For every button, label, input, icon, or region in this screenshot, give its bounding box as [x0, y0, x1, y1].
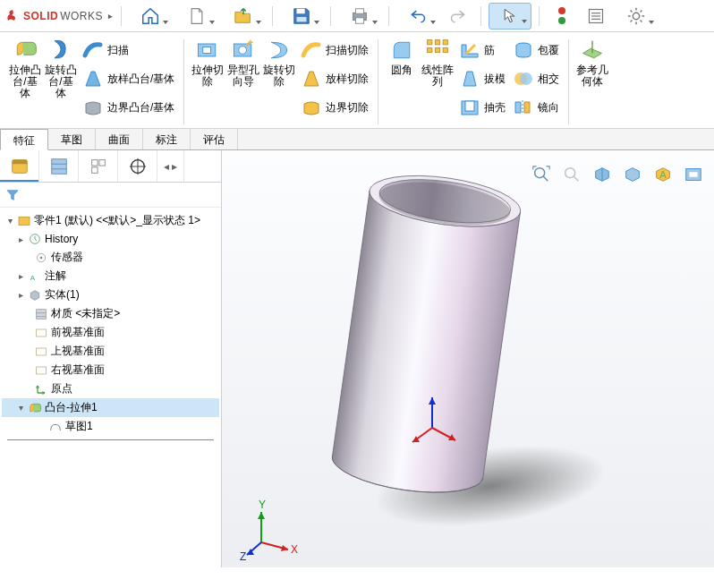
- svg-rect-57: [37, 367, 47, 374]
- svg-rect-1: [296, 16, 306, 21]
- feature-manager-tab[interactable]: [0, 150, 39, 182]
- tab-dimxpert[interactable]: 标注: [143, 129, 191, 149]
- tree-annotations[interactable]: ▸A注解: [2, 267, 219, 285]
- shell-button[interactable]: 抽壳: [455, 93, 509, 122]
- feature-tree[interactable]: ▾零件1 (默认) <<默认>_显示状态 1> ▸History 传感器 ▸A注…: [0, 208, 221, 567]
- brand-bold: SOLID: [23, 10, 58, 22]
- svg-point-6: [558, 17, 565, 24]
- select-button[interactable]: [489, 3, 531, 30]
- intersect-button[interactable]: 相交: [509, 64, 563, 93]
- tree-boss-extrude[interactable]: ▾凸台-拉伸1: [2, 398, 219, 417]
- tree-front-plane[interactable]: 前视基准面: [2, 323, 219, 342]
- rib-button[interactable]: 筋: [455, 36, 509, 64]
- svg-line-17: [640, 20, 642, 21]
- tab-features[interactable]: 特征: [0, 129, 48, 150]
- cut-sweep-button[interactable]: 扫描切除: [297, 36, 372, 64]
- graphics-viewport[interactable]: A: [222, 150, 714, 567]
- undo-button[interactable]: [396, 3, 439, 30]
- svg-rect-27: [428, 47, 432, 52]
- ref-geometry-button[interactable]: 参考几何体: [574, 36, 610, 89]
- svg-line-18: [630, 20, 632, 21]
- fillet-button[interactable]: 圆角: [384, 36, 420, 78]
- tree-right-plane[interactable]: 右视基准面: [2, 361, 219, 379]
- svg-rect-24: [428, 40, 432, 45]
- loft-button[interactable]: 放样凸台/基体: [79, 64, 178, 93]
- svg-rect-29: [443, 47, 447, 52]
- svg-rect-28: [436, 47, 440, 52]
- manager-tabs: ◂ ▸: [0, 150, 221, 183]
- app-logo: SOLIDWORKS ▸: [5, 8, 114, 24]
- tab-sketch[interactable]: 草图: [48, 129, 96, 149]
- extrude-boss-button[interactable]: 拉伸凸台/基体: [7, 36, 43, 101]
- cut-extrude-button[interactable]: 拉伸切除: [190, 36, 225, 89]
- tree-root[interactable]: ▾零件1 (默认) <<默认>_显示状态 1>: [2, 211, 219, 230]
- property-manager-tab[interactable]: [39, 150, 79, 182]
- svg-rect-0: [296, 8, 304, 13]
- svg-rect-38: [51, 158, 66, 174]
- feature-manager-panel: ◂ ▸ ▾零件1 (默认) <<默认>_显示状态 1> ▸History 传感器…: [0, 150, 222, 567]
- svg-rect-41: [91, 159, 97, 165]
- svg-rect-56: [37, 348, 47, 355]
- svg-point-11: [633, 13, 639, 19]
- dimxpert-manager-tab[interactable]: [118, 150, 157, 182]
- svg-text:Z: Z: [240, 550, 246, 562]
- workspace: ◂ ▸ ▾零件1 (默认) <<默认>_显示状态 1> ▸History 传感器…: [0, 150, 714, 567]
- open-button[interactable]: [222, 3, 265, 30]
- tab-surface[interactable]: 曲面: [96, 129, 143, 149]
- brand-thin: WORKS: [60, 10, 103, 22]
- funnel-icon: [5, 188, 20, 202]
- config-manager-tab[interactable]: [79, 150, 118, 182]
- cut-loft-button[interactable]: 放样切除: [297, 64, 372, 93]
- svg-point-50: [40, 256, 43, 259]
- svg-text:Y: Y: [259, 499, 266, 511]
- svg-rect-3: [355, 8, 363, 13]
- svg-rect-26: [443, 40, 447, 45]
- manager-tabs-more[interactable]: ◂ ▸: [157, 150, 184, 182]
- hole-wizard-button[interactable]: 异型孔向导: [225, 36, 261, 89]
- svg-rect-25: [436, 40, 440, 45]
- home-button[interactable]: [129, 3, 172, 30]
- settings-button[interactable]: [615, 3, 658, 30]
- rebuild-button[interactable]: [547, 3, 577, 30]
- svg-rect-37: [12, 159, 27, 164]
- svg-rect-21: [203, 47, 211, 54]
- revolve-boss-button[interactable]: 旋转凸台/基体: [43, 36, 79, 101]
- tree-origin[interactable]: 原点: [2, 379, 219, 398]
- redo-button[interactable]: [443, 3, 473, 30]
- svg-rect-55: [37, 329, 47, 337]
- view-triad: Y X Z: [240, 499, 302, 562]
- new-button[interactable]: [175, 3, 218, 30]
- svg-rect-43: [91, 166, 97, 172]
- print-button[interactable]: [338, 3, 381, 30]
- wrap-button[interactable]: 包覆: [509, 36, 563, 64]
- svg-text:X: X: [291, 543, 298, 556]
- save-button[interactable]: [280, 3, 323, 30]
- options-list-button[interactable]: [581, 3, 611, 30]
- svg-rect-4: [355, 17, 363, 22]
- svg-rect-47: [19, 217, 30, 225]
- tree-material[interactable]: 材质 <未指定>: [2, 304, 219, 323]
- svg-text:A: A: [30, 274, 36, 282]
- cut-revolve-button[interactable]: 旋转切除: [261, 36, 297, 89]
- svg-line-16: [630, 10, 632, 12]
- linear-pattern-button[interactable]: 线性阵列: [420, 36, 455, 89]
- command-tabs: 特征 草图 曲面 标注 评估: [0, 129, 714, 150]
- tree-filter[interactable]: [0, 183, 221, 208]
- svg-point-5: [558, 7, 565, 14]
- ribbon: 拉伸凸台/基体 旋转凸台/基体 扫描 放样凸台/基体 边界凸台/基体 拉伸切除 …: [0, 32, 714, 129]
- mirror-button[interactable]: 镜向: [509, 93, 563, 122]
- titlebar: SOLIDWORKS ▸: [0, 0, 714, 32]
- tree-top-plane[interactable]: 上视基准面: [2, 342, 219, 361]
- tree-solid-bodies[interactable]: ▸实体(1): [2, 285, 219, 304]
- cut-boundary-button[interactable]: 边界切除: [297, 93, 372, 122]
- tree-history[interactable]: ▸History: [2, 230, 219, 248]
- svg-rect-42: [98, 159, 104, 165]
- draft-button[interactable]: 拔模: [455, 64, 509, 93]
- sweep-button[interactable]: 扫描: [79, 36, 178, 64]
- svg-rect-52: [37, 309, 47, 319]
- svg-line-19: [640, 10, 642, 12]
- tab-evaluate[interactable]: 评估: [191, 129, 238, 149]
- boundary-button[interactable]: 边界凸台/基体: [79, 93, 178, 122]
- tree-sketch1[interactable]: 草图1: [2, 417, 219, 436]
- tree-sensors[interactable]: 传感器: [2, 248, 219, 267]
